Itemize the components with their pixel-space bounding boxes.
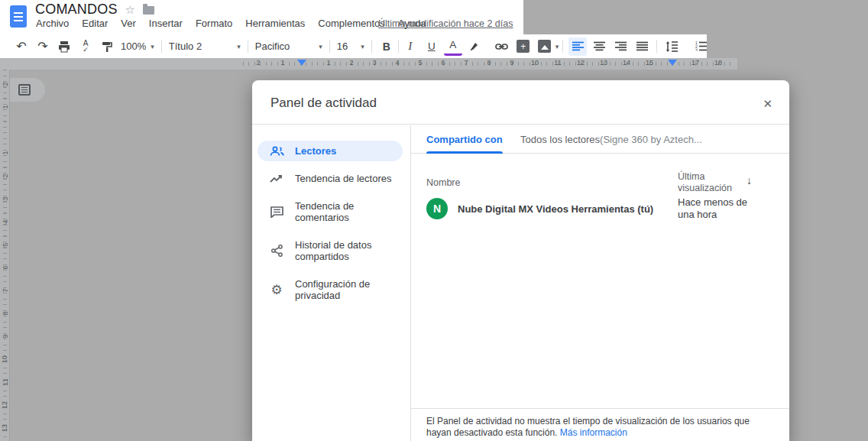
- share-icon: [269, 245, 284, 257]
- menu-item[interactable]: Archivo: [36, 18, 69, 29]
- tab-bar: Compartido con Todos los lectores (Signe…: [411, 125, 789, 154]
- menu-item[interactable]: Ver: [121, 18, 136, 29]
- sidebar-item-label: Lectores: [295, 145, 336, 157]
- chevron-down-icon: ▾: [151, 43, 154, 50]
- learn-more-link[interactable]: Más información: [560, 427, 627, 438]
- show-outline-button[interactable]: [10, 78, 45, 102]
- column-header-name: Nombre: [426, 177, 460, 188]
- insert-image-button[interactable]: [536, 37, 554, 56]
- sidebar-item-readers[interactable]: Lectores: [257, 141, 403, 161]
- column-header-last-view[interactable]: Última visualización ↓: [678, 171, 752, 194]
- chevron-down-icon[interactable]: ▾: [555, 43, 559, 50]
- sidebar-item-sharing-history[interactable]: Historial de datos compartidos: [257, 235, 403, 267]
- menu-item[interactable]: Herramientas: [245, 18, 305, 29]
- right-indent-marker[interactable]: [668, 60, 677, 66]
- text-color-button[interactable]: A: [444, 37, 462, 56]
- dialog-content: Compartido con Todos los lectores (Signe…: [411, 125, 789, 441]
- chevron-down-icon: ▾: [319, 43, 322, 50]
- move-folder-icon[interactable]: [143, 6, 154, 15]
- menu-bar: ArchivoEditarVerInsertarFormatoHerramien…: [36, 18, 426, 29]
- spellcheck-button[interactable]: A✓: [76, 37, 95, 56]
- sidebar-item-privacy-settings[interactable]: ⚙ Configuración de privacidad: [257, 274, 403, 306]
- menu-item[interactable]: Complementos: [318, 18, 384, 29]
- align-right-button[interactable]: [611, 37, 630, 56]
- italic-button[interactable]: I: [401, 37, 419, 56]
- docs-logo-icon[interactable]: [10, 5, 27, 28]
- last-modified-link[interactable]: Última modificación hace 2 días: [378, 18, 513, 29]
- gear-icon: ⚙: [269, 284, 284, 296]
- font-size-select[interactable]: 16▾: [334, 41, 368, 52]
- underline-button[interactable]: U: [423, 37, 441, 56]
- sidebar-item-comment-trend[interactable]: Tendencia de comentarios: [257, 196, 403, 228]
- dim-overlay: [523, 0, 868, 34]
- document-outline-icon: [18, 84, 31, 96]
- paint-format-button[interactable]: [98, 37, 116, 56]
- viewer-name: Nube Digital MX Videos Herramientas (tú): [458, 203, 653, 215]
- sidebar-item-label: Tendencia de comentarios: [295, 200, 395, 223]
- menu-item[interactable]: Formato: [196, 18, 232, 29]
- svg-text:3: 3: [695, 48, 698, 52]
- menu-item[interactable]: Insertar: [149, 18, 183, 29]
- avatar: N: [426, 198, 448, 219]
- sidebar-item-label: Configuración de privacidad: [295, 278, 395, 301]
- readers-icon: [269, 146, 284, 157]
- bold-button[interactable]: B: [377, 37, 396, 56]
- tab-shared-with[interactable]: Compartido con: [426, 125, 503, 154]
- dialog-sidebar: Lectores Tendencia de lectores Tendencia…: [252, 125, 410, 441]
- sidebar-item-label: Historial de datos compartidos: [295, 239, 395, 262]
- paragraph-style-select[interactable]: Título 2▾: [166, 41, 244, 52]
- font-select[interactable]: Pacifico▾: [252, 41, 326, 52]
- sidebar-item-reader-trend[interactable]: Tendencia de lectores: [257, 168, 403, 189]
- align-left-button[interactable]: [568, 37, 587, 56]
- horizontal-ruler: 21 123456789101112131415 1718: [0, 58, 737, 70]
- close-icon[interactable]: ✕: [761, 96, 774, 112]
- vertical-ruler: 21 12345678910111213: [0, 70, 10, 441]
- align-center-button[interactable]: [590, 37, 608, 56]
- dialog-footer: El Panel de actividad no muestra el tiem…: [411, 408, 789, 439]
- redo-button[interactable]: ↷: [34, 37, 52, 56]
- tab-all-viewers[interactable]: Todos los lectores (Signe 360 by Aztech.…: [520, 125, 702, 154]
- undo-button[interactable]: ↶: [12, 37, 31, 56]
- dim-overlay: [707, 34, 868, 58]
- chevron-down-icon: ▾: [361, 43, 364, 50]
- activity-dashboard-dialog: Panel de actividad ✕ Lectores Tendencia …: [252, 80, 789, 441]
- line-spacing-button[interactable]: [662, 37, 681, 56]
- chevron-down-icon: ▾: [237, 43, 241, 50]
- document-title[interactable]: COMANDOS: [35, 2, 118, 18]
- left-indent-marker[interactable]: [297, 60, 306, 66]
- menu-item[interactable]: Editar: [82, 18, 108, 29]
- trend-chart-icon: [269, 174, 284, 183]
- viewer-last-view: Hace menos de una hora: [678, 196, 750, 221]
- print-button[interactable]: [55, 37, 73, 56]
- dialog-header: Panel de actividad ✕: [252, 80, 789, 125]
- add-comment-button[interactable]: +: [514, 37, 533, 56]
- highlight-color-button[interactable]: [465, 37, 484, 56]
- justify-button[interactable]: [633, 37, 651, 56]
- sort-desc-icon: ↓: [747, 174, 752, 194]
- sidebar-item-label: Tendencia de lectores: [295, 173, 391, 184]
- dialog-title: Panel de actividad: [270, 96, 377, 111]
- comment-icon: [269, 206, 284, 218]
- insert-link-button[interactable]: [493, 37, 511, 56]
- dim-overlay: [737, 58, 868, 70]
- star-icon[interactable]: ☆: [125, 3, 135, 17]
- zoom-select[interactable]: 100%▾: [118, 41, 157, 52]
